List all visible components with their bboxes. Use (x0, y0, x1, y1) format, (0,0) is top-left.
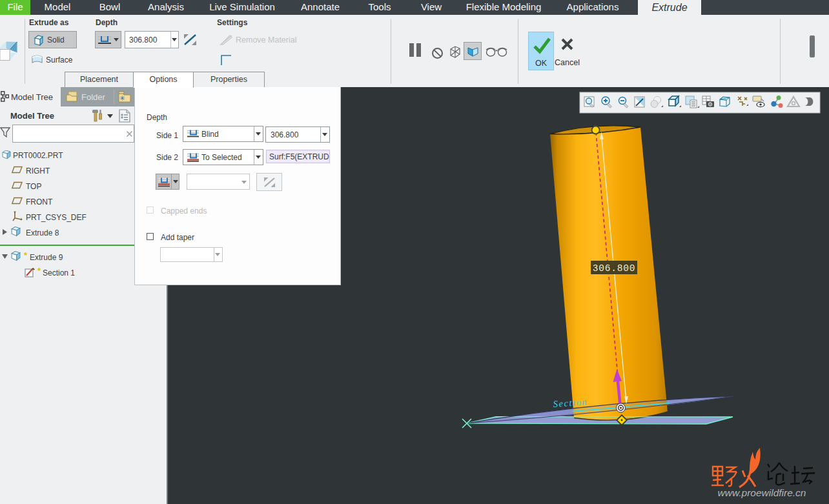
svg-text:306.800: 306.800 (593, 263, 636, 274)
svg-text:✳: ✳ (119, 94, 125, 102)
svg-text:www.proewildfire.cn: www.proewildfire.cn (718, 487, 806, 498)
